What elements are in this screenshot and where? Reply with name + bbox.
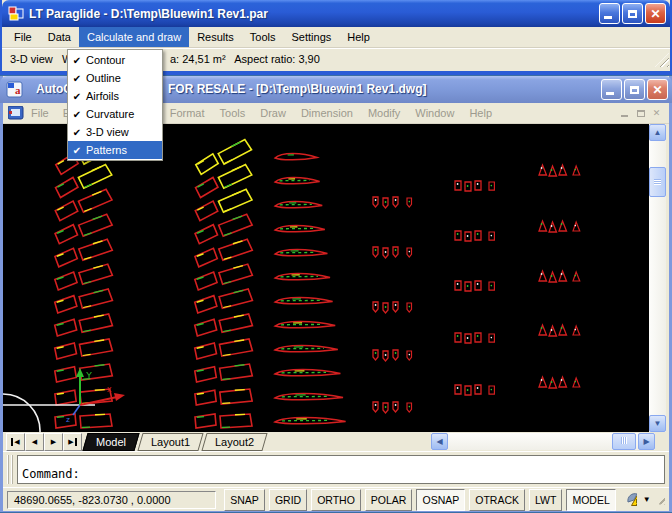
menu-draw[interactable]: Draw [259,107,287,119]
status-wing-info: a: 24,51 m² Aspect ratio: 3,90 [170,53,320,65]
horizontal-scroll-track[interactable] [448,433,638,450]
status-menu-caret-icon[interactable]: ▼ [643,495,651,504]
check-icon: ✔ [68,127,86,138]
tab-first-button[interactable]: ◀ [6,433,25,451]
close-button[interactable]: ✕ [647,79,668,100]
close-icon: ✕ [652,84,662,96]
drawing-canvas[interactable]: Yxz [3,124,649,432]
resize-grip[interactable] [659,495,665,505]
menu-file[interactable]: File [30,107,50,119]
right-arrow-icon: ▶ [68,438,73,446]
mdi-minimize-button[interactable] [618,107,631,119]
right-arrow-icon: ▶ [643,437,649,446]
dropdown-item-airfoils[interactable]: ✔Airfoils [68,87,162,105]
tab-layout2[interactable]: Layout2 [202,433,268,451]
drawing-viewport: Yxz ▲ ▼ [3,124,669,432]
check-icon: ✔ [68,55,86,66]
maximize-button[interactable] [624,79,645,100]
left-arrow-icon: ◀ [32,438,37,446]
layout-tab-bar: ◀ ◀ ▶ ▶ Model Layout1 Layout2 ◀ ▶ [3,432,669,451]
autocad-title-suffix: FOR RESALE - [D:\Temp\Bluewin1 Rev1.dwg] [168,82,426,96]
paraglide-app-icon [8,6,24,22]
menu-results[interactable]: Results [189,27,242,47]
horizontal-scrollbar[interactable]: ◀ ▶ [431,433,655,450]
right-arrow-icon: ▶ [51,438,56,446]
scroll-down-button[interactable]: ▼ [649,415,666,432]
close-icon: ✕ [653,108,661,118]
menu-dimension[interactable]: Dimension [300,107,354,119]
check-icon: ✔ [68,145,86,156]
menu-format[interactable]: Format [169,107,206,119]
toggle-ortho[interactable]: ORTHO [311,489,361,511]
autocad-app-icon: a [6,81,23,98]
command-input[interactable]: Command: [17,455,665,484]
toggle-model[interactable]: MODEL [566,489,615,511]
maximize-button[interactable] [622,3,643,24]
menu-help[interactable]: Help [339,27,378,47]
paraglide-menubar: File Data Calculate and draw Results Too… [2,27,670,48]
command-line-area: Command: [3,451,669,487]
menu-data[interactable]: Data [40,27,79,47]
paraglide-titlebar[interactable]: LT Paraglide - D:\Temp\Bluewin1 Rev1.par… [2,0,670,27]
menu-help[interactable]: Help [468,107,493,119]
up-arrow-icon: ▲ [654,128,662,137]
down-arrow-icon: ▼ [654,419,662,428]
dropdown-item-curvature[interactable]: ✔Curvature [68,105,162,123]
dropdown-item-3d-view[interactable]: ✔3-D view [68,123,162,141]
tab-prev-button[interactable]: ◀ [25,433,44,451]
svg-text:a: a [15,84,21,96]
mdi-close-button[interactable]: ✕ [650,107,663,119]
toggle-osnap[interactable]: OSNAP [416,489,465,511]
vertical-scroll-thumb[interactable] [649,167,666,197]
scroll-left-button[interactable]: ◀ [431,433,448,450]
check-icon: ✔ [68,73,86,84]
vertical-scrollbar[interactable]: ▲ ▼ [649,124,666,432]
calculate-and-draw-dropdown: ✔Contour ✔Outline ✔Airfoils ✔Curvature ✔… [67,49,163,161]
tab-model[interactable]: Model [82,433,139,451]
dropdown-item-patterns[interactable]: ✔Patterns [68,141,162,159]
dwg-file-icon [8,106,24,120]
close-button[interactable]: ✕ [645,3,666,24]
dropdown-item-outline[interactable]: ✔Outline [68,69,162,87]
command-window-grip[interactable] [7,455,15,484]
svg-text:z: z [66,415,70,424]
menu-file[interactable]: File [6,27,40,47]
check-icon: ✔ [68,91,86,102]
mdi-restore-button[interactable] [634,107,647,119]
horizontal-scroll-thumb[interactable] [612,433,636,450]
tab-next-button[interactable]: ▶ [44,433,63,451]
tab-layout1[interactable]: Layout1 [137,433,203,451]
menu-settings[interactable]: Settings [284,27,340,47]
menu-modify[interactable]: Modify [367,107,401,119]
menu-calculate-and-draw[interactable]: Calculate and draw [79,27,189,47]
tab-last-button[interactable]: ▶ [63,433,82,451]
coordinates-readout[interactable]: 48690.0655, -823.0730 , 0.0000 [7,491,216,509]
toggle-grid[interactable]: GRID [269,489,307,511]
paraglide-window-title: LT Paraglide - D:\Temp\Bluewin1 Rev1.par [29,7,268,21]
toggle-lwt[interactable]: LWT [529,489,562,511]
vertical-scroll-track[interactable] [649,141,666,415]
svg-text:x: x [107,384,112,394]
svg-text:Y: Y [86,370,92,380]
scroll-up-button[interactable]: ▲ [649,124,666,141]
menu-window[interactable]: Window [414,107,455,119]
desktop: LT Paraglide - D:\Temp\Bluewin1 Rev1.par… [0,0,672,513]
resize-grip[interactable] [655,53,669,67]
toggle-polar[interactable]: POLAR [365,489,413,511]
left-arrow-icon: ◀ [14,438,19,446]
check-icon: ✔ [68,109,86,120]
menu-tools[interactable]: Tools [242,27,284,47]
command-prompt-text: Command: [22,467,80,481]
menu-tools[interactable]: Tools [219,107,247,119]
autocad-statusbar: 48690.0655, -823.0730 , 0.0000 SNAP GRID… [3,487,669,511]
minimize-button[interactable] [601,79,622,100]
communication-center-icon[interactable] [626,492,637,507]
scroll-right-button[interactable]: ▶ [638,433,655,450]
minimize-button[interactable] [599,3,620,24]
toggle-snap[interactable]: SNAP [224,489,265,511]
left-arrow-icon: ◀ [436,437,442,446]
toggle-otrack[interactable]: OTRACK [469,489,525,511]
close-icon: ✕ [650,8,660,20]
dropdown-item-contour[interactable]: ✔Contour [68,51,162,69]
